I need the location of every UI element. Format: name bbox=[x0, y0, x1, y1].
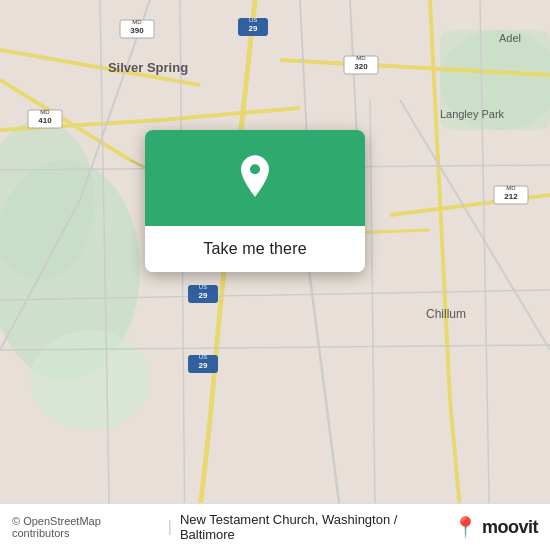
map-background: 29 US 390 MD 320 MD 410 MD 212 MD 29 US … bbox=[0, 0, 550, 550]
location-pin-icon bbox=[233, 154, 277, 198]
copyright-text: © OpenStreetMap contributors bbox=[12, 515, 160, 539]
popup-header bbox=[145, 130, 365, 226]
moovit-pin-icon: 📍 bbox=[453, 515, 478, 539]
svg-text:Langley Park: Langley Park bbox=[440, 108, 505, 120]
svg-text:Silver Spring: Silver Spring bbox=[108, 60, 188, 75]
svg-text:410: 410 bbox=[38, 116, 52, 125]
svg-text:US: US bbox=[199, 354, 207, 360]
svg-point-60 bbox=[250, 164, 260, 174]
svg-text:Adel: Adel bbox=[499, 32, 521, 44]
moovit-logo: 📍 moovit bbox=[453, 515, 538, 539]
location-label: New Testament Church, Washington / Balti… bbox=[180, 512, 453, 542]
svg-text:Chillum: Chillum bbox=[426, 307, 466, 321]
moovit-text: moovit bbox=[482, 517, 538, 538]
svg-text:US: US bbox=[199, 284, 207, 290]
svg-text:MD: MD bbox=[40, 109, 50, 115]
svg-text:320: 320 bbox=[354, 62, 368, 71]
map-container: 29 US 390 MD 320 MD 410 MD 212 MD 29 US … bbox=[0, 0, 550, 550]
svg-point-5 bbox=[30, 330, 150, 430]
svg-text:29: 29 bbox=[199, 291, 208, 300]
popup-button-area: Take me there bbox=[145, 226, 365, 272]
svg-text:29: 29 bbox=[199, 361, 208, 370]
svg-text:US: US bbox=[249, 17, 257, 23]
popup-card: Take me there bbox=[145, 130, 365, 272]
svg-text:MD: MD bbox=[506, 185, 516, 191]
take-me-there-button[interactable]: Take me there bbox=[161, 236, 349, 262]
svg-text:390: 390 bbox=[130, 26, 144, 35]
bottom-bar: © OpenStreetMap contributors | New Testa… bbox=[0, 503, 550, 550]
svg-text:MD: MD bbox=[356, 55, 366, 61]
svg-text:29: 29 bbox=[249, 24, 258, 33]
svg-text:212: 212 bbox=[504, 192, 518, 201]
svg-text:MD: MD bbox=[132, 19, 142, 25]
